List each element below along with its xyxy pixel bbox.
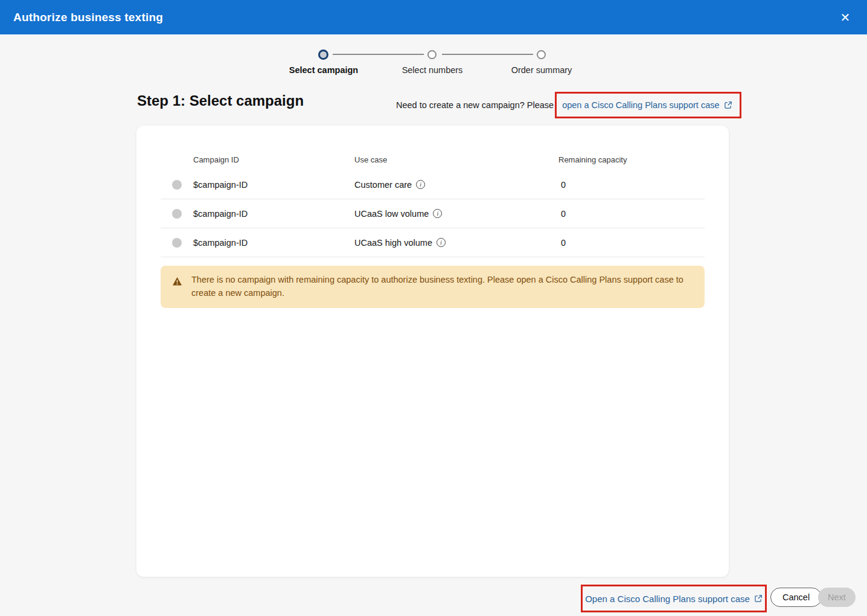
campaign-id-cell: $campaign-ID bbox=[193, 238, 248, 248]
annotation-box-bottom: Open a Cisco Calling Plans support case bbox=[581, 585, 767, 612]
use-case-text: UCaaS low volume bbox=[354, 209, 429, 219]
cancel-button[interactable]: Cancel bbox=[770, 588, 822, 607]
campaign-table-card: Campaign ID Use case Remaining capacity … bbox=[136, 126, 729, 577]
modal-header: Authorize business texting ✕ bbox=[0, 0, 867, 34]
new-campaign-prompt: Need to create a new campaign? Please op… bbox=[396, 92, 741, 118]
prompt-text: Need to create a new campaign? Please bbox=[396, 100, 554, 110]
remaining-capacity-cell: 0 bbox=[561, 209, 566, 219]
step-indicator-select-campaign bbox=[318, 50, 328, 60]
modal-title: Authorize business texting bbox=[0, 11, 163, 24]
info-icon[interactable]: i bbox=[433, 209, 442, 218]
support-case-link-label: open a Cisco Calling Plans support case bbox=[562, 100, 719, 110]
support-case-link-top[interactable]: open a Cisco Calling Plans support case bbox=[562, 100, 732, 110]
use-case-cell: Customer care i bbox=[354, 180, 425, 190]
close-icon[interactable]: ✕ bbox=[836, 8, 854, 27]
table-row: $campaign-ID UCaaS high volume i 0 bbox=[161, 228, 705, 257]
step-indicator-order-summary bbox=[537, 50, 546, 59]
use-case-cell: UCaaS low volume i bbox=[354, 209, 442, 219]
campaign-radio-disabled[interactable] bbox=[172, 209, 182, 219]
external-link-icon bbox=[754, 594, 763, 603]
authorize-business-texting-modal: Authorize business texting ✕ Select camp… bbox=[0, 0, 867, 616]
use-case-cell: UCaaS high volume i bbox=[354, 238, 446, 248]
warning-icon bbox=[172, 277, 182, 286]
info-icon[interactable]: i bbox=[437, 238, 446, 247]
no-capacity-warning-banner: There is no campaign with remaining capa… bbox=[161, 266, 705, 308]
column-header-campaign-id: Campaign ID bbox=[193, 155, 239, 164]
info-icon[interactable]: i bbox=[416, 180, 425, 189]
annotation-box-top: open a Cisco Calling Plans support case bbox=[555, 92, 741, 118]
external-link-icon bbox=[724, 101, 732, 109]
column-header-use-case: Use case bbox=[354, 155, 387, 164]
campaign-id-cell: $campaign-ID bbox=[193, 180, 248, 190]
remaining-capacity-cell: 0 bbox=[561, 238, 566, 248]
campaign-radio-disabled[interactable] bbox=[172, 238, 182, 248]
support-case-link-label: Open a Cisco Calling Plans support case bbox=[585, 594, 750, 604]
next-button-disabled[interactable]: Next bbox=[818, 588, 856, 607]
warning-message: There is no campaign with remaining capa… bbox=[161, 266, 705, 307]
step-label-order-summary: Order summary bbox=[481, 65, 602, 75]
column-header-remaining-capacity: Remaining capacity bbox=[558, 155, 627, 164]
use-case-text: Customer care bbox=[354, 180, 412, 190]
step-label-select-numbers: Select numbers bbox=[372, 65, 493, 75]
support-case-link-bottom[interactable]: Open a Cisco Calling Plans support case bbox=[585, 594, 763, 604]
table-row: $campaign-ID Customer care i 0 bbox=[161, 170, 705, 199]
campaign-radio-disabled[interactable] bbox=[172, 180, 182, 190]
step-connector bbox=[333, 54, 424, 55]
step-connector bbox=[442, 54, 533, 55]
page-title: Step 1: Select campaign bbox=[137, 92, 304, 109]
use-case-text: UCaaS high volume bbox=[354, 238, 432, 248]
step-label-select-campaign: Select campaign bbox=[263, 65, 384, 75]
remaining-capacity-cell: 0 bbox=[561, 180, 566, 190]
step-indicator-select-numbers bbox=[427, 50, 437, 59]
campaign-id-cell: $campaign-ID bbox=[193, 209, 248, 219]
table-row: $campaign-ID UCaaS low volume i 0 bbox=[161, 199, 705, 228]
